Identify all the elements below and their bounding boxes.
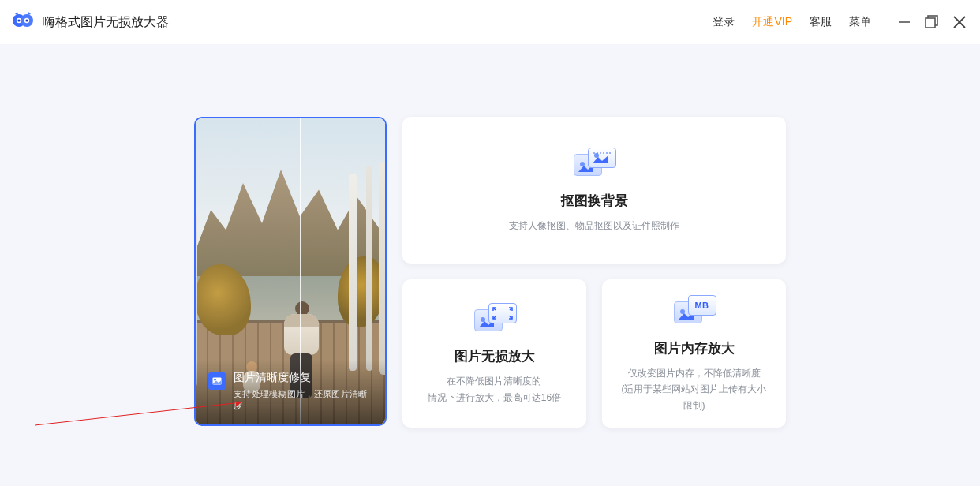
enlarge-desc-line2: 情况下进行放大，最高可达16倍 (428, 390, 561, 406)
support-link[interactable]: 客服 (810, 15, 832, 29)
clarity-mini-icon (208, 372, 226, 390)
memory-desc-line1: 仅改变图片内存，不降低清晰度 (618, 365, 770, 381)
svg-rect-8 (926, 18, 935, 28)
enlarge-desc-line1: 在不降低图片清晰度的 (428, 373, 561, 389)
clarity-title: 图片清晰度修复 (234, 371, 372, 385)
svg-point-13 (214, 379, 215, 380)
feature-card-clarity[interactable]: 图片清晰度修复 支持处理模糊图片，还原图片清晰度 (194, 117, 387, 426)
minimize-icon[interactable] (896, 14, 912, 30)
memory-title: 图片内存放大 (654, 339, 735, 357)
feature-card-memory[interactable]: MB 图片内存放大 仅改变图片内存，不降低清晰度 (适用于某些网站对图片上传有大… (602, 279, 786, 428)
cutout-title: 抠图换背景 (561, 192, 628, 210)
vip-link[interactable]: 开通VIP (752, 15, 792, 29)
feature-card-enlarge[interactable]: 图片无损放大 在不降低图片清晰度的 情况下进行放大，最高可达16倍 (402, 279, 586, 428)
header-actions: 登录 开通VIP 客服 菜单 (713, 13, 967, 31)
owl-logo-icon (13, 11, 35, 33)
memory-mb-badge: MB (694, 301, 709, 310)
feature-card-cutout[interactable]: 抠图换背景 支持人像抠图、物品抠图以及证件照制作 (402, 117, 786, 264)
svg-point-5 (25, 19, 28, 21)
menu-link[interactable]: 菜单 (849, 15, 871, 29)
clarity-desc: 支持处理模糊图片，还原图片清晰度 (234, 388, 372, 412)
cutout-icon (570, 146, 618, 181)
close-icon[interactable] (952, 14, 967, 30)
app-logo-group: 嗨格式图片无损放大器 (13, 11, 169, 33)
maximize-icon[interactable] (923, 13, 941, 31)
enlarge-icon (471, 301, 518, 336)
memory-desc-line2: (适用于某些网站对图片上传有大小限制) (618, 381, 770, 413)
login-link[interactable]: 登录 (713, 15, 735, 29)
enlarge-title: 图片无损放大 (454, 347, 535, 365)
svg-point-4 (17, 19, 20, 21)
memory-icon: MB (671, 293, 718, 328)
cutout-desc: 支持人像抠图、物品抠图以及证件照制作 (509, 218, 679, 234)
app-title: 嗨格式图片无损放大器 (43, 14, 169, 31)
title-bar: 嗨格式图片无损放大器 登录 开通VIP 客服 菜单 (0, 0, 980, 44)
